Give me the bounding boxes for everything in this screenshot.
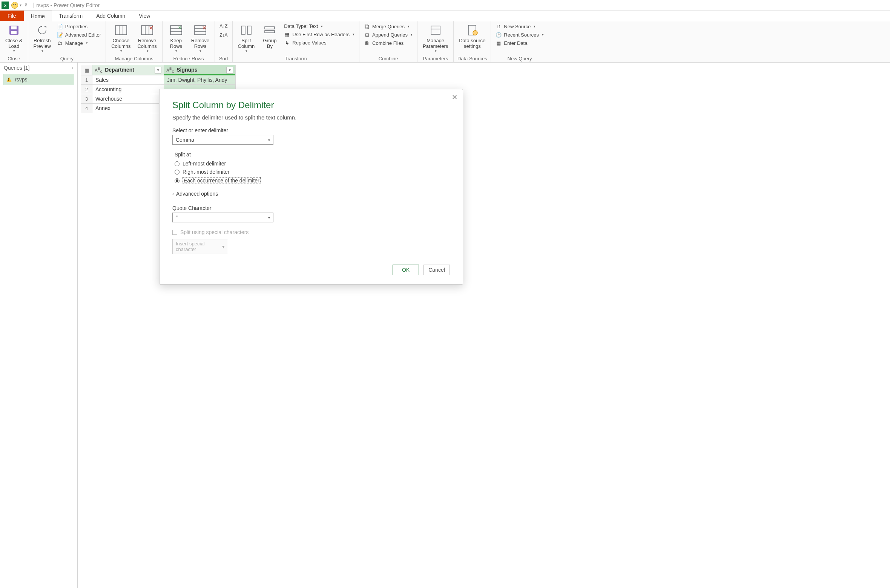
qat-overflow[interactable]: ⊽ [25, 3, 27, 7]
replace-icon: ↳ [284, 40, 290, 46]
col-name-2: Signups [176, 67, 197, 73]
recent-sources-button[interactable]: 🕑Recent Sources▾ [494, 31, 545, 38]
replace-label: Replace Values [292, 40, 326, 46]
cell[interactable]: Accounting [92, 85, 164, 94]
collapse-pane-icon[interactable]: ‹ [72, 65, 74, 71]
query-item-rsvps[interactable]: rsvps [3, 74, 74, 85]
quote-char-label: Quote Character [172, 205, 450, 211]
properties-label: Properties [65, 24, 87, 29]
chevron-down-icon: ▾ [120, 49, 122, 53]
append-label: Append Queries [372, 32, 408, 38]
data-source-settings-button[interactable]: Data source settings [457, 23, 488, 50]
chevron-down-icon: ▾ [268, 138, 270, 142]
manage-button[interactable]: 🗂Manage▾ [55, 39, 103, 47]
append-queries-button[interactable]: ⊞Append Queries▾ [362, 31, 414, 38]
radio-label: Each occurrence of the delimiter [183, 177, 261, 184]
quote-char-select[interactable]: " ▾ [172, 213, 273, 222]
svg-rect-2 [11, 31, 17, 34]
radio-left-most[interactable]: Left-most delimiter [175, 161, 450, 167]
corner-cell[interactable]: ▦ [81, 65, 92, 75]
cell[interactable]: Jim, Dwight, Phyllis, Andy [164, 75, 236, 85]
chevron-down-icon: ▾ [534, 24, 536, 28]
group-by-icon [263, 23, 276, 37]
svg-rect-1 [11, 26, 17, 29]
text-type-icon: ABC [166, 68, 174, 72]
qat-dropdown[interactable]: ▾ [20, 3, 21, 7]
data-type-button[interactable]: Data Type: Text▾ [282, 23, 356, 30]
remove-cols-label: Remove Columns [137, 38, 157, 49]
table-row[interactable]: 1SalesJim, Dwight, Phyllis, Andy [81, 75, 236, 85]
chevron-down-icon: ▾ [408, 24, 410, 28]
cell[interactable]: Sales [92, 75, 164, 85]
close-and-load-button[interactable]: Close & Load ▾ [3, 23, 25, 54]
window-title: rsvps - Power Query Editor [36, 2, 100, 8]
replace-values-button[interactable]: ↳Replace Values [282, 39, 356, 46]
tab-home[interactable]: Home [24, 11, 52, 21]
tab-file[interactable]: File [0, 11, 24, 21]
advanced-options-expander[interactable]: › Advanced options [172, 191, 450, 197]
special-chars-label: Split using special characters [180, 229, 249, 235]
split-column-button[interactable]: Split Column▾ [236, 23, 257, 54]
close-button[interactable]: ✕ [452, 93, 457, 101]
excel-icon: x [2, 2, 9, 9]
chevron-down-icon: ▾ [542, 33, 544, 37]
radio-icon-checked [175, 178, 180, 183]
column-header-signups[interactable]: ABCSignups ▾ [164, 65, 236, 75]
remove-rows-button[interactable]: Remove Rows▾ [189, 23, 212, 54]
advanced-editor-button[interactable]: 📝Advanced Editor [55, 31, 103, 38]
group-label-query: Query [31, 55, 103, 61]
choose-columns-icon [114, 23, 128, 37]
new-source-button[interactable]: 🗋New Source▾ [494, 23, 545, 30]
ribbon-tabs: File Home Transform Add Column View [0, 11, 890, 21]
svg-rect-19 [241, 26, 245, 34]
merge-queries-button[interactable]: ⿻Merge Queries▾ [362, 23, 414, 30]
group-label-datasource: Data Sources [457, 55, 488, 61]
svg-rect-22 [265, 31, 275, 33]
tab-view[interactable]: View [132, 11, 157, 21]
cell[interactable]: Annex [92, 104, 164, 113]
remove-columns-button[interactable]: Remove Columns▾ [135, 23, 159, 54]
delimiter-value: Comma [176, 137, 194, 143]
choose-columns-button[interactable]: Choose Columns▾ [109, 23, 133, 54]
data-type-label: Data Type: Text [284, 23, 318, 29]
chevron-down-icon: ▾ [199, 49, 201, 53]
merge-label: Merge Queries [372, 24, 405, 29]
choose-cols-label: Choose Columns [111, 38, 130, 49]
dialog-title: Split Column by Delimiter [172, 100, 450, 110]
sort-asc-icon: A↓Z [219, 23, 227, 29]
column-header-department[interactable]: ABCDepartment ▾ [92, 65, 164, 75]
radio-label: Left-most delimiter [183, 161, 226, 167]
ok-button[interactable]: OK [393, 265, 419, 275]
delimiter-select[interactable]: Comma ▾ [172, 135, 273, 145]
sort-asc-button[interactable]: A↓Z [218, 23, 229, 29]
group-manage-columns: Choose Columns▾ Remove Columns▾ Manage C… [106, 21, 163, 62]
group-label-combine: Combine [362, 55, 414, 61]
enter-data-button[interactable]: ▦Enter Data [494, 39, 545, 47]
chevron-down-icon: ▾ [353, 32, 354, 36]
column-filter-button[interactable]: ▾ [226, 67, 233, 74]
tab-transform[interactable]: Transform [52, 11, 89, 21]
refresh-preview-button[interactable]: Refresh Preview ▾ [31, 23, 53, 54]
cancel-button[interactable]: Cancel [424, 265, 450, 275]
keep-rows-button[interactable]: Keep Rows▾ [166, 23, 187, 54]
properties-button[interactable]: 📄Properties [55, 23, 103, 30]
smiley-icon[interactable] [11, 2, 18, 9]
editor-icon: 📝 [57, 32, 63, 38]
sort-desc-button[interactable]: Z↓A [218, 32, 229, 38]
manage-parameters-button[interactable]: Manage Parameters▾ [420, 23, 450, 54]
radio-right-most[interactable]: Right-most delimiter [175, 169, 450, 175]
svg-rect-3 [115, 26, 127, 35]
cell[interactable]: Warehouse [92, 94, 164, 104]
special-chars-checkbox[interactable]: Split using special characters [172, 229, 450, 235]
group-reduce-rows: Keep Rows▾ Remove Rows▾ Reduce Rows [163, 21, 215, 62]
group-by-button[interactable]: Group By [259, 23, 280, 50]
column-filter-button[interactable]: ▾ [155, 67, 161, 74]
new-source-label: New Source [504, 24, 531, 29]
dialog-subtitle: Specify the delimiter used to split the … [172, 114, 450, 121]
text-type-icon: ABC [95, 68, 103, 72]
tab-add-column[interactable]: Add Column [89, 11, 132, 21]
radio-each-occurrence[interactable]: Each occurrence of the delimiter [175, 177, 450, 184]
group-close: Close & Load ▾ Close [0, 21, 28, 62]
first-row-headers-button[interactable]: ▦Use First Row as Headers▾ [282, 31, 356, 38]
combine-files-button[interactable]: 🗎Combine Files [362, 39, 414, 47]
